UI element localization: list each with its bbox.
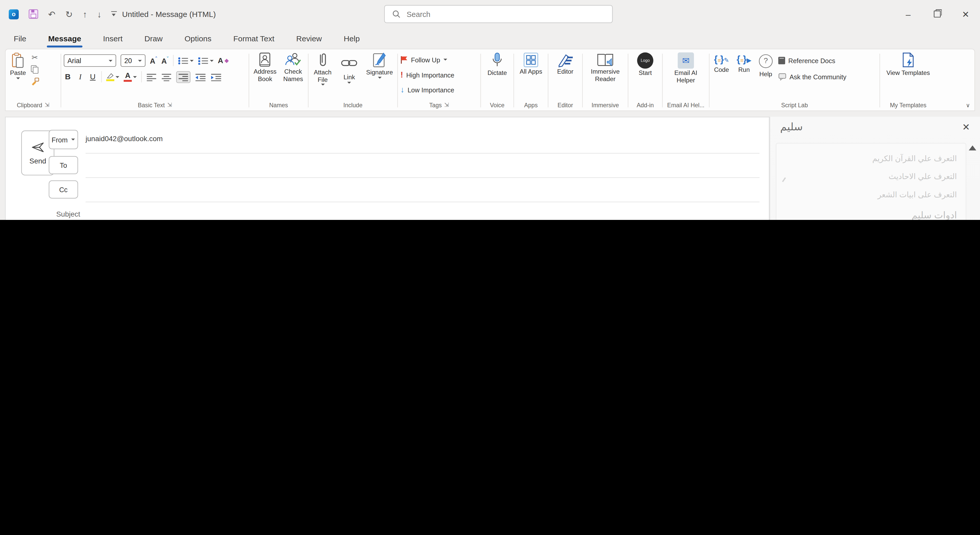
tab-insert[interactable]: Insert [102,32,124,45]
high-importance-button[interactable]: ! High Importance [400,69,478,80]
clipboard-dialog-launcher[interactable]: ⇲ [45,102,49,108]
send-plane-icon [31,141,45,153]
save-icon[interactable] [29,9,38,19]
editor-group-label: Editor [557,102,573,109]
saleem-addin-panel: سليم ✕ التعرف علي القرآن الكريم التعرف ع… [770,117,980,220]
copy-button[interactable] [30,65,39,74]
view-templates-button[interactable]: View Templates [885,52,932,76]
shrink-font-button[interactable]: Aˇ [161,56,169,65]
restore-button[interactable] [923,0,951,28]
editor-icon [557,52,573,67]
tab-file[interactable]: File [13,32,28,45]
tags-dialog-launcher[interactable]: ⇲ [444,102,449,108]
ribbon-group-basic-text: Arial 20 Aˆ Aˇ A◆ B I U [61,49,248,110]
dictate-button[interactable]: Dictate [484,52,511,76]
move-down-icon[interactable]: ↓ [97,9,102,19]
titlebar: o ↶ ↻ ↑ ↓ Untitled - Message (HTML) – ✕ [0,0,980,28]
increase-indent-button[interactable] [210,73,222,81]
align-center-button[interactable] [161,73,172,81]
align-right-button[interactable] [176,71,191,83]
reference-docs-button[interactable]: Reference Docs [778,55,846,65]
ribbon: Paste ✂ Clipboard⇲ Arial 20 Aˆ Aˇ [5,49,975,111]
format-painter-button[interactable] [30,78,39,86]
grow-font-button[interactable]: Aˆ [150,56,157,65]
ribbon-group-email-ai: ✉ Email AI Helper Email AI Hel... [663,49,709,110]
code-icon: {≡}✎ [714,52,729,65]
close-button[interactable]: ✕ [951,0,980,28]
from-address: junaid042@outlook.com [86,135,163,142]
minimize-button[interactable]: – [894,0,923,28]
to-button[interactable]: To [49,156,78,174]
tab-options[interactable]: Options [183,32,213,45]
ask-community-button[interactable]: Ask the Community [778,71,846,82]
bullets-button[interactable] [178,56,194,65]
paste-button[interactable]: Paste [8,52,28,87]
follow-up-button[interactable]: Follow Up [400,54,478,65]
check-names-icon [285,52,301,67]
tab-draw[interactable]: Draw [143,32,164,45]
redo-icon[interactable]: ↻ [65,9,73,19]
to-field[interactable] [86,177,759,178]
basic-text-dialog-launcher[interactable]: ⇲ [167,102,172,108]
check-names-button[interactable]: Check Names [281,52,305,83]
cc-button[interactable]: Cc [49,180,78,198]
all-apps-button[interactable]: All Apps [517,52,545,75]
clear-formatting-button[interactable]: A◆ [218,57,229,64]
ribbon-tabs: File Message Insert Draw Options Format … [0,28,980,49]
suggestion-item[interactable]: التعرف على ابيات الشعر [783,189,957,201]
underline-button[interactable]: U [89,73,97,81]
script-lab-group-label: Script Lab [781,102,808,109]
start-addin-button[interactable]: Logo Start [631,52,660,76]
highlight-color-button[interactable] [106,72,119,81]
tab-review[interactable]: Review [295,32,323,45]
low-importance-button[interactable]: ↓ Low Importance [400,84,478,95]
bold-button[interactable]: B [64,73,72,81]
search-bar[interactable] [384,5,612,23]
ribbon-group-my-templates: View Templates My Templates [880,49,936,110]
undo-icon[interactable]: ↶ [48,9,56,19]
panel-close-icon[interactable]: ✕ [962,122,970,132]
search-input[interactable] [406,9,583,19]
ribbon-group-addin: Logo Start Add-in [628,49,662,110]
move-up-icon[interactable]: ↑ [83,9,87,19]
code-button[interactable]: {≡}✎ Code [712,52,731,82]
immersive-reader-button[interactable]: Immersive Reader [585,52,625,83]
collapse-ribbon-button[interactable]: ∨ [966,102,970,108]
signature-button[interactable]: Signature [364,52,395,86]
suggestion-item[interactable]: التعرف علي الاحاديث [783,170,957,183]
from-button[interactable]: From [49,130,78,149]
editor-button[interactable]: Editor [551,52,580,75]
include-group-label: Include [343,102,363,109]
outlook-message-window: o ↶ ↻ ↑ ↓ Untitled - Message (HTML) – ✕ … [0,0,980,220]
script-help-button[interactable]: ? Help [757,52,775,82]
basic-text-group-label: Basic Text [138,102,165,109]
tags-group-label: Tags [429,102,442,109]
cut-button[interactable]: ✂ [32,54,38,61]
ribbon-group-immersive: Immersive Reader Immersive [583,49,628,110]
immersive-group-label: Immersive [592,102,619,109]
tab-message[interactable]: Message [47,32,83,45]
run-button[interactable]: {≡}▶ Run [735,52,753,82]
decrease-indent-button[interactable] [195,73,206,81]
font-size-select[interactable]: 20 [121,54,146,67]
attach-file-button[interactable]: Attach File [311,52,334,86]
email-ai-helper-button[interactable]: ✉ Email AI Helper [665,52,706,84]
font-name-select[interactable]: Arial [64,54,116,67]
reference-docs-icon [778,56,785,64]
link-button[interactable]: Link [339,52,359,86]
numbering-button[interactable] [198,56,213,65]
address-book-button[interactable]: Address Book [251,52,278,83]
microphone-icon [492,52,503,68]
cc-field[interactable] [86,202,759,202]
suggestions-box: التعرف علي القرآن الكريم التعرف علي الاح… [776,143,966,220]
font-color-button[interactable]: A [124,71,137,82]
customize-toolbar-icon[interactable] [111,11,117,17]
link-icon [341,56,357,71]
tab-format-text[interactable]: Format Text [232,32,276,45]
tab-help[interactable]: Help [342,32,361,45]
suggestion-item[interactable]: التعرف علي القرآن الكريم [783,152,957,165]
scroll-up-arrow[interactable] [969,146,976,150]
ribbon-group-voice: Dictate Voice [481,49,514,110]
align-left-button[interactable] [146,73,157,81]
italic-button[interactable]: I [76,73,84,81]
